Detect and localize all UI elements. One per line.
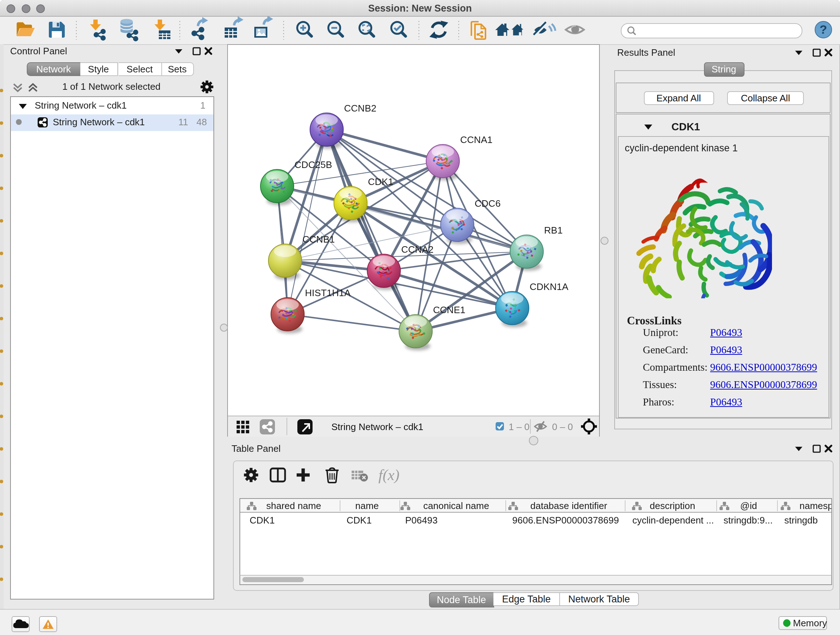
svg-text:CDK1: CDK1 [368, 176, 393, 187]
svg-text:CCNE1: CCNE1 [433, 304, 465, 315]
svg-text:HIST1H1A: HIST1H1A [305, 287, 351, 298]
svg-text:CDC6: CDC6 [475, 198, 501, 209]
svg-text:CCNA1: CCNA1 [460, 134, 493, 145]
svg-text:CDC25B: CDC25B [294, 159, 332, 170]
svg-text:1 – 0: 1 – 0 [508, 421, 530, 432]
svg-text:?: ? [820, 22, 827, 36]
svg-text:RB1: RB1 [544, 225, 562, 236]
svg-text:CCNB1: CCNB1 [302, 234, 335, 245]
svg-text:String Network – cdk1: String Network – cdk1 [332, 421, 423, 432]
svg-text:CCNA2: CCNA2 [401, 244, 433, 255]
svg-text:f(x): f(x) [378, 467, 399, 484]
svg-text:0 – 0: 0 – 0 [552, 421, 573, 432]
svg-text:CCNB2: CCNB2 [344, 103, 376, 114]
svg-text:CDKN1A: CDKN1A [530, 281, 568, 292]
